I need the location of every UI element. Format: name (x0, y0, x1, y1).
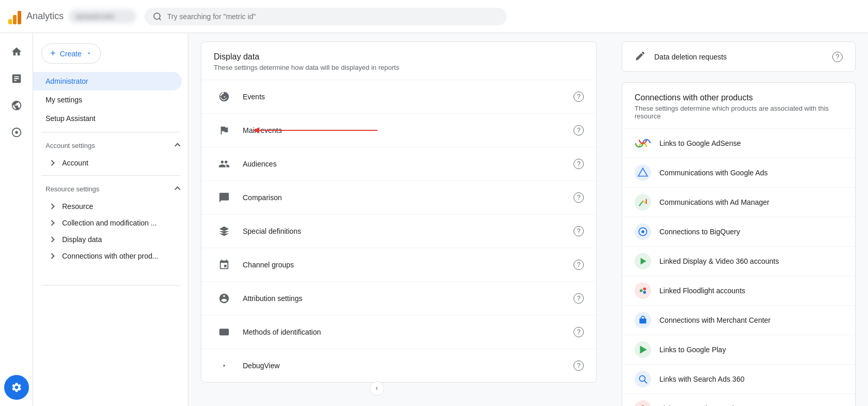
sidebar-sub-account[interactable]: Account (33, 155, 188, 171)
channel-groups-icon (214, 254, 234, 275)
resource-settings-label: Resource settings (46, 185, 99, 193)
methods-identification-row[interactable]: Methods of identification ? (201, 315, 596, 349)
account-settings-chevron (174, 143, 180, 148)
debug-view-row[interactable]: DebugView ? (201, 349, 596, 382)
analytics-logo (8, 9, 21, 24)
events-label: Events (243, 93, 573, 101)
audiences-row[interactable]: Audiences ? (201, 147, 596, 181)
sidebar-item-setup-assistant[interactable]: Setup Assistant (33, 109, 182, 128)
connection-search-console[interactable]: G Links to Search Console (622, 394, 855, 406)
search-input[interactable] (167, 12, 498, 21)
connection-google-play[interactable]: Links to Google Play (622, 335, 855, 364)
sidebar-sub-display-data[interactable]: Display data (33, 231, 188, 248)
connection-google-ads[interactable]: Communications with Google Ads (622, 158, 855, 187)
logo-bar-2 (13, 15, 17, 24)
channel-groups-row[interactable]: Channel groups ? (201, 248, 596, 281)
comparison-label: Comparison (243, 193, 573, 202)
main-content: Display data These settings determine ho… (188, 33, 868, 406)
connections-card-header: Connections with other products These se… (622, 83, 855, 128)
collapse-sidebar-button[interactable] (370, 381, 384, 396)
collection-sub-label: Collection and modification ... (62, 219, 157, 227)
events-icon (214, 86, 234, 107)
sidebar: + Create Administrator My settings Setup… (33, 33, 188, 406)
comparison-help-icon[interactable]: ? (573, 192, 584, 203)
channel-groups-label: Channel groups (243, 261, 573, 269)
google-play-icon (635, 341, 651, 358)
connection-bigquery[interactable]: Connections to BigQuery (622, 217, 855, 246)
special-definitions-help-icon[interactable]: ? (573, 226, 584, 236)
attribution-settings-help-icon[interactable]: ? (573, 293, 584, 304)
connection-ad-manager[interactable]: Communications with Ad Manager (622, 187, 855, 217)
connection-dv360[interactable]: Linked Display & Video 360 accounts (622, 246, 855, 276)
account-chevron-right (49, 160, 54, 166)
svg-line-8 (639, 201, 643, 206)
search-icon (153, 12, 162, 21)
connection-adsense[interactable]: Links to Google AdSense (622, 128, 855, 158)
connection-search-ads-360[interactable]: Links with Search Ads 360 (622, 364, 855, 394)
sidebar-divider-2 (41, 175, 180, 176)
sidebar-item-my-settings[interactable]: My settings (33, 91, 182, 109)
resource-settings-header[interactable]: Resource settings (33, 180, 188, 198)
advertising-nav-icon[interactable] (4, 120, 29, 145)
home-nav-icon[interactable] (4, 39, 29, 64)
connection-merchant-center[interactable]: Connections with Merchant Center (622, 305, 855, 335)
sidebar-sub-collection[interactable]: Collection and modification ... (33, 215, 188, 231)
audiences-help-icon[interactable]: ? (573, 159, 584, 169)
sidebar-item-administrator[interactable]: Administrator (33, 72, 182, 91)
connections-card: Connections with other products These se… (622, 82, 856, 406)
resource-chevron-right (49, 203, 54, 209)
debug-view-help-icon[interactable]: ? (573, 360, 584, 371)
events-help-icon[interactable]: ? (573, 92, 584, 102)
resource-settings-chevron (174, 186, 180, 192)
reports-nav-icon[interactable] (4, 66, 29, 91)
channel-groups-help-icon[interactable]: ? (573, 260, 584, 270)
main-layout: + Create Administrator My settings Setup… (0, 33, 868, 406)
main-events-help-icon[interactable]: ? (573, 125, 584, 136)
attribution-settings-row[interactable]: Attribution settings ? (201, 281, 596, 315)
google-ads-icon (635, 164, 651, 181)
connections-subtitle: These settings determine which products … (635, 104, 843, 120)
display-data-card: Display data These settings determine ho… (201, 41, 597, 383)
svg-point-6 (223, 365, 225, 367)
bigquery-label: Connections to BigQuery (659, 228, 740, 236)
create-button[interactable]: + Create (41, 43, 101, 64)
svg-rect-17 (639, 319, 646, 324)
collection-chevron-right (49, 220, 54, 225)
display-data-chevron-right (49, 236, 54, 242)
logo-bar-1 (8, 19, 12, 24)
sidebar-sub-connections[interactable]: Connections with other prod... (33, 248, 188, 264)
connections-title: Connections with other products (635, 93, 843, 102)
main-events-label: Main events (243, 126, 573, 134)
svg-point-15 (643, 288, 646, 291)
svg-point-16 (643, 291, 646, 294)
floodlight-label: Linked Floodlight accounts (659, 287, 745, 295)
create-label: Create (60, 50, 82, 58)
icon-rail (0, 33, 33, 406)
svg-line-1 (159, 18, 161, 20)
search-bar[interactable] (144, 8, 507, 25)
admin-nav-icon[interactable] (4, 375, 29, 400)
logo-area: Analytics account.com (8, 9, 136, 24)
ad-manager-icon (635, 194, 651, 210)
sidebar-divider-3 (41, 285, 180, 285)
special-definitions-icon (214, 221, 234, 242)
explore-nav-icon[interactable] (4, 93, 29, 118)
merchant-center-icon (635, 312, 651, 328)
debug-view-label: DebugView (243, 362, 573, 370)
special-definitions-row[interactable]: Special definitions ? (201, 214, 596, 248)
data-deletion-help-icon[interactable]: ? (832, 52, 843, 62)
account-chip: account.com (69, 9, 136, 23)
resource-sub-label: Resource (62, 202, 93, 210)
comparison-row[interactable]: Comparison ? (201, 181, 596, 214)
main-events-row[interactable]: Main events ? (201, 113, 596, 147)
data-deletion-row[interactable]: Data deletion requests (635, 50, 727, 63)
connections-sub-label: Connections with other prod... (62, 252, 158, 260)
methods-identification-help-icon[interactable]: ? (573, 327, 584, 337)
events-row[interactable]: Events ? (201, 80, 596, 113)
connection-floodlight[interactable]: Linked Floodlight accounts (622, 276, 855, 305)
svg-rect-5 (219, 329, 229, 336)
create-dropdown-icon (86, 50, 92, 58)
account-settings-header[interactable]: Account settings (33, 137, 188, 155)
sidebar-sub-resource[interactable]: Resource (33, 198, 188, 215)
floodlight-icon (635, 282, 651, 299)
